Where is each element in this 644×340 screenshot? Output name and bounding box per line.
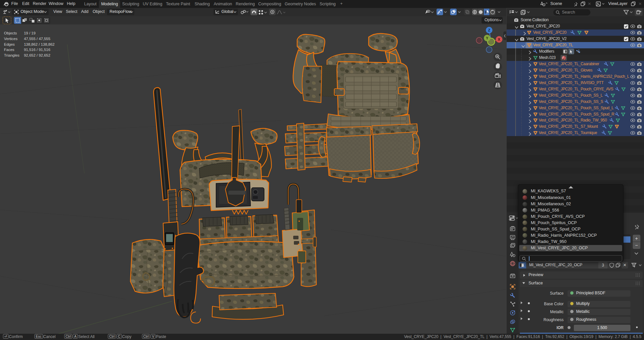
- svg-text:X: X: [498, 37, 500, 41]
- svg-text:Z: Z: [488, 28, 490, 32]
- svg-text:Y: Y: [486, 36, 488, 40]
